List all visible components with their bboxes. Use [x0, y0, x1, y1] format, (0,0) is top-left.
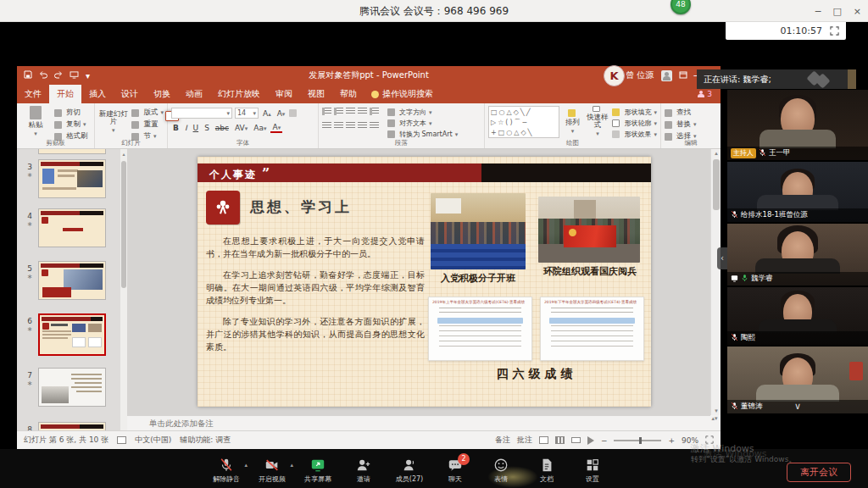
font-color-button[interactable]: A▾: [270, 123, 282, 133]
slide-thumbnail-7[interactable]: [38, 368, 106, 407]
video-tile-zengweiyuan[interactable]: 给排水18-1班曾位源: [727, 162, 868, 222]
numbering-icon[interactable]: [334, 108, 343, 115]
slide-thumbnail-5[interactable]: [38, 261, 106, 300]
close-button[interactable]: ×: [854, 6, 861, 17]
find-button[interactable]: 查找: [665, 108, 697, 118]
start-slideshow-icon[interactable]: [70, 71, 79, 80]
maximize-button[interactable]: □: [832, 6, 841, 17]
view-sorter-button[interactable]: [555, 436, 565, 444]
scroll-down-icon[interactable]: ▾: [711, 408, 721, 414]
change-case-button[interactable]: Aa▾: [252, 124, 268, 132]
shrink-font-button[interactable]: A▾: [275, 109, 287, 118]
align-left-icon[interactable]: [322, 122, 331, 130]
font-name-combo[interactable]: ▾: [171, 108, 232, 119]
ribbon-display-icon[interactable]: [679, 71, 687, 80]
tab-transitions[interactable]: 切换: [146, 85, 178, 103]
ppt-account-name[interactable]: 曾 位源: [626, 69, 654, 81]
unmute-button[interactable]: 解除静音 ▴: [205, 455, 248, 486]
replace-button[interactable]: 替换▾: [665, 119, 697, 130]
collaborators-indicator[interactable]: 3: [698, 90, 721, 98]
scroll-up-icon[interactable]: ▴: [711, 150, 721, 157]
video-options-caret-icon[interactable]: ▴: [290, 462, 293, 469]
tab-home[interactable]: 开始: [49, 85, 81, 103]
bullets-icon[interactable]: [322, 108, 331, 115]
tab-slideshow[interactable]: 幻灯片放映: [210, 85, 268, 103]
language-indicator[interactable]: 中文(中国): [135, 435, 171, 446]
fullscreen-icon[interactable]: [830, 26, 839, 36]
docs-button[interactable]: 文档: [526, 455, 568, 486]
shapes-gallery[interactable]: □○△◇╲╱ ▷☆()⌒─ +□○△◇╲: [488, 106, 559, 138]
justify-icon[interactable]: [358, 122, 367, 130]
tab-help[interactable]: 帮助: [332, 85, 364, 103]
minimize-button[interactable]: ─: [815, 6, 821, 17]
align-right-icon[interactable]: [346, 122, 355, 130]
collapse-videos-chevron[interactable]: ∨: [727, 401, 868, 413]
view-normal-button[interactable]: [539, 436, 548, 444]
reset-button[interactable]: 重置: [131, 119, 164, 130]
redo-icon[interactable]: [54, 70, 63, 80]
qat-customize-icon[interactable]: ▾: [86, 71, 90, 80]
notes-resize-handle[interactable]: ▴▾: [710, 415, 719, 430]
accessibility-indicator[interactable]: 辅助功能: 调查: [180, 435, 231, 446]
settings-button[interactable]: 设置: [571, 455, 614, 486]
new-slide-button[interactable]: 新建幻灯片 ▾: [98, 106, 128, 138]
invite-button[interactable]: 邀请: [342, 455, 385, 486]
spellcheck-icon[interactable]: [117, 436, 126, 444]
mic-options-caret-icon[interactable]: ▴: [244, 462, 248, 469]
slide-scroll-thumb[interactable]: [713, 159, 720, 210]
share-screen-button[interactable]: 共享屏幕: [297, 455, 339, 486]
align-center-icon[interactable]: [334, 122, 343, 130]
tab-animations[interactable]: 动画: [178, 85, 210, 103]
tab-design[interactable]: 设计: [114, 85, 146, 103]
slide-scrollbar[interactable]: ▴ ▾: [710, 149, 721, 415]
slide-thumbnail-3[interactable]: [38, 159, 106, 198]
text-direction-button[interactable]: 文字方向▾: [387, 108, 458, 117]
sidebar-collapse-button[interactable]: ‹: [717, 247, 727, 269]
grow-font-button[interactable]: A▴: [261, 109, 273, 118]
slide-thumbnail-4[interactable]: [38, 208, 106, 247]
thumbnail-scrollbar[interactable]: ▴: [120, 149, 127, 430]
scroll-up-icon[interactable]: ▴: [120, 151, 127, 157]
bold-button[interactable]: B: [171, 124, 181, 132]
tab-insert[interactable]: 插入: [81, 85, 114, 103]
align-text-button[interactable]: 对齐文本▾: [387, 119, 458, 128]
start-video-button[interactable]: 开启视频 ▴: [251, 455, 293, 486]
undo-icon[interactable]: [39, 70, 47, 80]
current-slide[interactable]: 个人事迹 ” 思想、学习上 在思想上要求积极上进，于大一向党提交入党申请书，并在…: [198, 157, 651, 407]
view-slideshow-button[interactable]: [587, 436, 594, 445]
text-shadow-button[interactable]: S: [203, 124, 211, 132]
line-spacing-icon[interactable]: [370, 108, 379, 115]
clear-formatting-icon[interactable]: [289, 109, 297, 117]
decrease-indent-icon[interactable]: [346, 108, 355, 115]
columns-icon[interactable]: [370, 122, 379, 130]
zoom-slider-thumb[interactable]: [639, 437, 642, 444]
zoom-level[interactable]: 90%: [682, 436, 698, 445]
video-tile-wangyijia[interactable]: 主持人 王一甲: [727, 90, 868, 160]
slide-thumbnail-6-selected[interactable]: [38, 313, 106, 356]
tab-review[interactable]: 审阅: [268, 85, 300, 103]
video-tile-weixuerui[interactable]: 魏学睿: [727, 224, 868, 286]
tell-me-search[interactable]: 操作说明搜索: [364, 85, 440, 103]
notes-toggle[interactable]: 备注: [495, 435, 510, 446]
account-avatar[interactable]: [661, 70, 672, 81]
italic-button[interactable]: I: [183, 124, 189, 132]
zoom-slider[interactable]: [614, 440, 661, 441]
comments-toggle[interactable]: 批注: [517, 435, 532, 446]
members-button[interactable]: 成员(27): [388, 455, 431, 486]
font-size-combo[interactable]: 14▾: [235, 108, 259, 119]
thumbnail-scroll-thumb[interactable]: [121, 161, 126, 288]
notes-pane[interactable]: 单击此处添加备注: [127, 415, 710, 430]
shape-fill-button[interactable]: 形状填充▾: [612, 108, 657, 117]
layout-button[interactable]: 版式▾: [131, 108, 164, 118]
slide-thumbnail-2-partial[interactable]: [38, 149, 106, 154]
shape-outline-button[interactable]: 形状轮廓▾: [612, 119, 657, 128]
save-icon[interactable]: [24, 70, 32, 80]
cut-button[interactable]: 剪切: [54, 108, 88, 118]
paste-button[interactable]: 粘贴 ▾: [20, 106, 51, 138]
tab-file[interactable]: 文件: [17, 85, 49, 103]
slide-thumbnail-8-partial[interactable]: [38, 422, 106, 430]
tab-view[interactable]: 视图: [300, 85, 332, 103]
view-reading-button[interactable]: [571, 437, 581, 443]
leave-meeting-button[interactable]: 离开会议: [787, 463, 851, 482]
video-tile-taoxi[interactable]: 陶熙: [727, 287, 868, 345]
